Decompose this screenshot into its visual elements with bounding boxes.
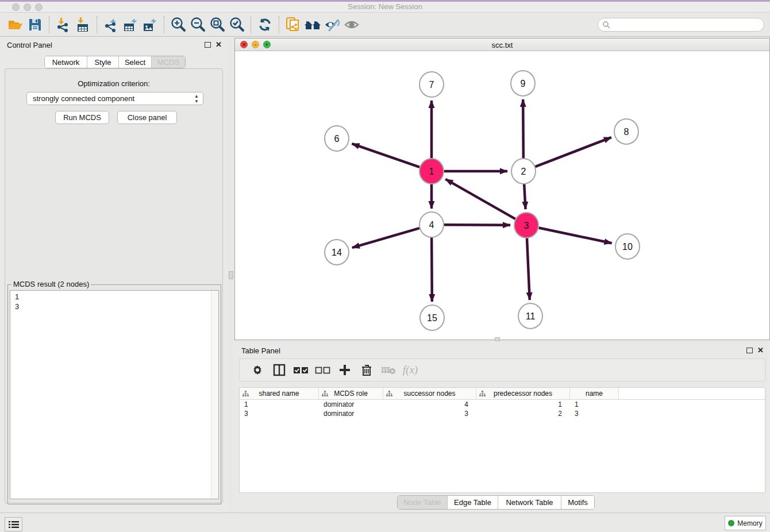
- tab-style[interactable]: Style: [87, 56, 118, 68]
- column-header-mcds-role[interactable]: MCDS role: [319, 388, 383, 399]
- node-table: shared name MCDS role successor nodes pr…: [239, 387, 765, 493]
- graph-edge-3-1[interactable]: [445, 179, 515, 219]
- save-session-icon[interactable]: [25, 15, 45, 34]
- graph-edge-3-10[interactable]: [539, 228, 612, 244]
- graph-node-1[interactable]: 1: [419, 159, 444, 184]
- graph-node-label: 2: [521, 167, 526, 176]
- export-image-icon[interactable]: [140, 15, 160, 34]
- table-panel: Table Panel ✕ f(x): [234, 342, 770, 512]
- horizontal-splitter-grip[interactable]: [495, 337, 500, 341]
- task-history-button[interactable]: [5, 517, 22, 531]
- cell-predecessor-nodes[interactable]: 2: [476, 410, 570, 418]
- column-header-shared-name[interactable]: shared name: [240, 388, 319, 399]
- refresh-icon[interactable]: [255, 15, 275, 34]
- graph-node-9[interactable]: 9: [511, 71, 535, 96]
- memory-button[interactable]: Memory: [725, 516, 766, 530]
- graph-edge-2-8[interactable]: [536, 137, 611, 167]
- add-column-icon[interactable]: [334, 360, 356, 380]
- delete-table-icon[interactable]: [378, 360, 399, 380]
- tab-network[interactable]: Network: [45, 56, 87, 68]
- network-canvas[interactable]: 7968124314101511: [235, 51, 769, 340]
- cell-successor-nodes[interactable]: 3: [383, 410, 476, 418]
- show-graphics-icon[interactable]: [342, 15, 361, 34]
- tab-motifs[interactable]: Motifs: [561, 496, 594, 509]
- optimization-criterion-select[interactable]: strongly connected component ▲▼: [26, 92, 203, 105]
- network-window-titlebar[interactable]: ✕ − + scc.txt: [235, 38, 769, 51]
- deselect-all-icon[interactable]: [312, 360, 334, 380]
- run-mcds-button[interactable]: Run MCDS: [55, 111, 109, 124]
- settings-gear-icon[interactable]: [247, 360, 268, 380]
- vertical-splitter-grip[interactable]: [229, 271, 233, 279]
- cell-mcds-role[interactable]: dominator: [319, 400, 383, 408]
- tab-network-table[interactable]: Network Table: [498, 496, 561, 509]
- close-panel-icon[interactable]: ✕: [215, 40, 222, 49]
- cell-name[interactable]: 3: [570, 410, 619, 418]
- graph-node-3[interactable]: 3: [514, 213, 538, 238]
- table-row[interactable]: 1 dominator 4 1 1: [240, 400, 765, 409]
- column-header-name[interactable]: name: [570, 388, 619, 399]
- graph-edge-2-9[interactable]: [523, 99, 523, 159]
- graph-node-14[interactable]: 14: [325, 240, 349, 265]
- graph-node-10[interactable]: 10: [615, 234, 640, 259]
- graph-edge-4-3[interactable]: [444, 225, 510, 225]
- zoom-selected-icon[interactable]: [227, 15, 247, 34]
- cell-mcds-role[interactable]: dominator: [319, 410, 383, 418]
- result-scrollbar[interactable]: [211, 291, 218, 499]
- delete-column-icon[interactable]: [356, 360, 378, 380]
- graph-edge-4-15[interactable]: [432, 237, 432, 302]
- cell-predecessor-nodes[interactable]: 1: [476, 400, 570, 408]
- import-table-icon[interactable]: [73, 15, 93, 34]
- cell-successor-nodes[interactable]: 4: [383, 400, 476, 408]
- close-table-panel-icon[interactable]: ✕: [757, 346, 764, 354]
- function-builder-icon[interactable]: f(x): [399, 360, 421, 380]
- cell-shared-name[interactable]: 1: [240, 400, 319, 408]
- graph-node-label: 14: [332, 248, 342, 257]
- graph-node-15[interactable]: 15: [420, 305, 444, 330]
- graph-node-8[interactable]: 8: [614, 119, 638, 144]
- graph-edge-1-6[interactable]: [352, 144, 419, 167]
- graph-edge-4-14[interactable]: [352, 228, 419, 248]
- share-document-icon[interactable]: [283, 15, 303, 34]
- control-panel-tabs: Network Style Select MCDS: [44, 56, 186, 68]
- graph-node-2[interactable]: 2: [511, 159, 536, 184]
- graph-edge-3-11[interactable]: [527, 238, 530, 300]
- column-header-predecessor-nodes[interactable]: predecessor nodes: [476, 388, 570, 399]
- cell-shared-name[interactable]: 3: [240, 410, 319, 418]
- network-view-window: ✕ − + scc.txt 7968124314101511: [234, 38, 770, 340]
- control-panel-title: Control Panel: [7, 41, 52, 49]
- graph-node-6[interactable]: 6: [325, 126, 349, 151]
- hide-graphics-icon[interactable]: [322, 15, 342, 34]
- graph-node-4[interactable]: 4: [419, 212, 444, 237]
- cell-name[interactable]: 1: [570, 400, 619, 408]
- zoom-in-icon[interactable]: [168, 15, 188, 34]
- network-graph[interactable]: 7968124314101511: [235, 51, 769, 340]
- mcds-result-textarea[interactable]: 1 3: [10, 290, 219, 499]
- tab-edge-table[interactable]: Edge Table: [447, 496, 498, 509]
- table-row[interactable]: 3 dominator 3 2 3: [240, 409, 765, 418]
- select-all-icon[interactable]: [290, 360, 312, 380]
- toolbar-separator: [49, 16, 49, 33]
- zoom-fit-icon[interactable]: [207, 15, 227, 34]
- graph-node-7[interactable]: 7: [419, 72, 444, 97]
- zoom-out-icon[interactable]: [188, 15, 207, 34]
- tab-select[interactable]: Select: [118, 56, 151, 68]
- column-header-successor-nodes[interactable]: successor nodes: [383, 388, 476, 399]
- float-table-panel-icon[interactable]: [746, 348, 753, 353]
- graph-node-11[interactable]: 11: [518, 303, 542, 329]
- home-layout-icon[interactable]: [303, 15, 322, 34]
- toolbar-separator: [97, 16, 97, 33]
- import-network-icon[interactable]: [53, 15, 73, 34]
- show-columns-icon[interactable]: [268, 360, 290, 380]
- table-panel-header: Table Panel ✕: [234, 342, 770, 358]
- float-panel-icon[interactable]: [205, 42, 211, 48]
- graph-edge-2-3[interactable]: [524, 184, 525, 209]
- open-session-icon[interactable]: [6, 15, 25, 34]
- close-panel-button[interactable]: Close panel: [117, 111, 177, 124]
- tab-node-table[interactable]: Node Table: [398, 496, 447, 509]
- export-table-icon[interactable]: [121, 15, 140, 34]
- export-network-icon[interactable]: [101, 15, 121, 34]
- table-tabs: Node Table Edge Table Network Table Moti…: [397, 495, 595, 510]
- search-field[interactable]: [598, 18, 764, 32]
- search-input[interactable]: [610, 19, 764, 30]
- tab-mcds[interactable]: MCDS: [151, 56, 185, 68]
